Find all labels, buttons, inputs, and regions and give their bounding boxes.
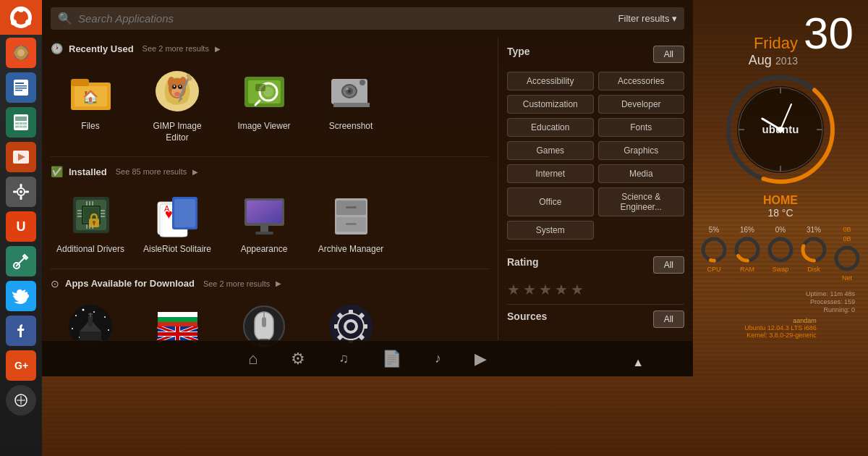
rating-all-button[interactable]: All [653,256,684,274]
svg-rect-143 [363,324,367,329]
stat-cpu: 5% CPU [700,226,728,273]
sidebar-ubuntu[interactable]: U [6,211,36,242]
uptime-text: Uptime: 11m 48s [700,290,855,297]
sidebar-firefox[interactable] [6,38,36,68]
svg-point-7 [17,49,25,56]
search-input[interactable] [78,12,613,25]
svg-rect-14 [15,117,27,121]
svg-point-5 [17,14,25,21]
nav-files[interactable]: 📄 [376,347,407,371]
svg-point-46 [174,85,175,87]
sources-all-button[interactable]: All [653,311,684,328]
sidebar-twitter[interactable] [6,281,36,311]
star-3[interactable]: ★ [539,281,552,298]
app-item-image-viewer[interactable]: Image Viewer [224,62,304,148]
sidebar-bottom[interactable] [6,385,36,415]
svg-text:G+: G+ [14,360,28,371]
svg-rect-10 [15,85,27,87]
svg-point-105 [82,308,85,311]
svg-rect-9 [15,83,24,84]
svg-rect-71 [77,213,82,214]
filter-graphics[interactable]: Graphics [598,141,685,160]
app-item-appearance[interactable]: Appearance [224,185,304,260]
screenshot-icon-container [326,66,376,117]
app-item-archive[interactable]: Archive Manager [311,185,391,260]
svg-point-163 [770,239,791,261]
svg-rect-133 [262,317,266,327]
download-header: ⊙ Apps Available for Download See 2 more… [51,278,489,290]
image-viewer-icon-container [239,66,289,117]
svg-point-47 [179,85,181,87]
app-item-gimp[interactable]: GIMP Image Editor [137,62,217,148]
star-2[interactable]: ★ [523,281,536,298]
left-content: 🕐 Recently Used See 2 more results ▶ 🏠 [42,37,498,373]
svg-rect-84 [93,222,95,225]
user-name: aandam [744,317,816,324]
filter-office[interactable]: Office [507,187,594,216]
svg-point-4 [25,20,31,25]
sidebar-facebook[interactable] [6,316,36,346]
filter-games[interactable]: Games [507,141,594,160]
nav-video[interactable]: ♪ [429,348,447,369]
gimp-label: GIMP Image Editor [142,121,213,143]
type-filter-grid: Accessibility Accessories Customization … [507,72,684,240]
archive-label: Archive Manager [318,244,384,256]
filter-customization[interactable]: Customization [507,95,594,114]
svg-rect-126 [158,332,197,336]
sidebar-impress[interactable] [6,142,36,172]
filter-fonts[interactable]: Fonts [598,118,685,137]
svg-rect-140 [349,310,353,314]
installed-icon: ✅ [51,166,63,177]
svg-point-48 [174,92,180,96]
sidebar-settings[interactable] [6,177,36,207]
nav-music[interactable]: ♫ [333,348,354,369]
filter-accessibility[interactable]: Accessibility [507,72,594,90]
star-4[interactable]: ★ [555,281,568,298]
app-item-solitaire[interactable]: ♥ ♠ A AisleRiot Solitaire [137,185,217,260]
svg-point-107 [104,316,106,318]
app-item-additional-drivers[interactable]: Additional Drivers [51,185,130,260]
sidebar-writer[interactable] [6,72,36,103]
swap-label: Swap [773,266,789,273]
sidebar: U G+ [0,0,42,456]
ubuntu-logo[interactable] [0,0,42,35]
filter-accessories[interactable]: Accessories [598,72,685,90]
type-all-button[interactable]: All [653,46,684,63]
recently-used-arrow: ▶ [215,45,221,53]
nav-home[interactable]: ⌂ [242,347,263,371]
filter-science[interactable]: Science & Engineer... [598,187,685,216]
sidebar-calc[interactable] [6,107,36,138]
svg-point-108 [108,329,109,331]
nav-apps[interactable]: ⚙ [285,347,311,371]
sidebar-tool[interactable] [6,246,36,276]
bottom-nav: ⌂ ⚙ ♫ 📄 ♪ ▶ [42,340,693,376]
nav-play[interactable]: ▶ [469,347,493,371]
svg-point-62 [348,90,351,93]
filter-system[interactable]: System [507,221,594,240]
filter-education[interactable]: Education [507,118,594,137]
star-5[interactable]: ★ [571,281,584,298]
net-down: 0B [843,235,851,242]
svg-rect-101 [346,206,357,208]
recently-used-see-more[interactable]: See 2 more results [142,44,209,53]
sys-info: Uptime: 11m 48s Processes: 159 Running: … [700,290,861,314]
installed-see-more[interactable]: See 85 more results [116,167,187,176]
rating-label: Rating [507,256,539,268]
filter-media[interactable]: Media [598,164,685,183]
app-item-files[interactable]: 🏠 Files [51,62,130,148]
svg-rect-11 [15,88,27,89]
installed-arrow: ▶ [192,168,198,176]
filter-button[interactable]: Filter results ▾ [618,13,677,24]
app-item-screenshot[interactable]: Screenshot [311,62,391,148]
svg-rect-95 [247,200,282,223]
download-see-more[interactable]: See 2 more results [203,279,270,288]
star-1[interactable]: ★ [507,281,520,298]
filter-internet[interactable]: Internet [507,164,594,183]
svg-rect-77 [89,201,90,206]
running-text: Running: 0 [700,306,855,313]
download-title: Apps Available for Download [65,278,195,289]
rating-stars[interactable]: ★ ★ ★ ★ ★ [507,281,684,298]
svg-point-3 [11,20,17,25]
filter-developer[interactable]: Developer [598,95,685,114]
sidebar-gplus[interactable]: G+ [6,350,36,381]
